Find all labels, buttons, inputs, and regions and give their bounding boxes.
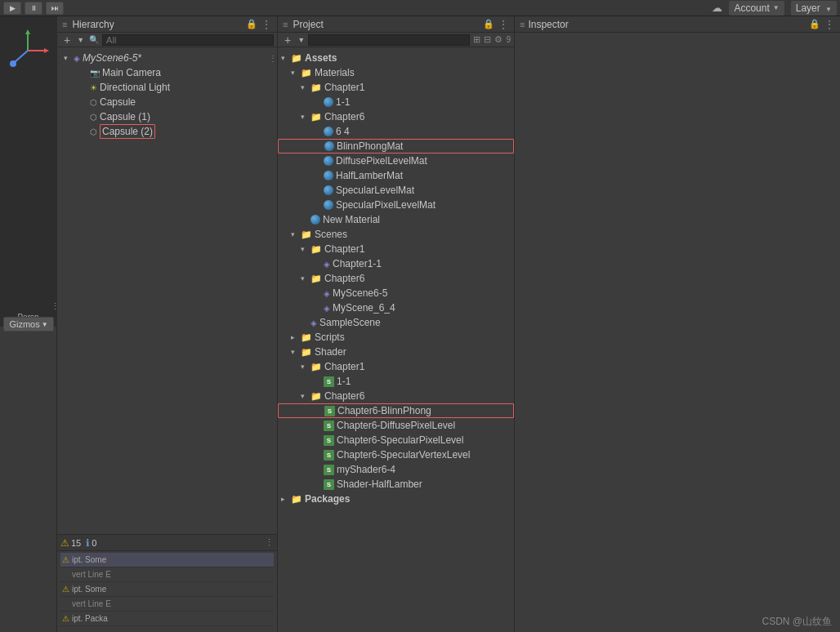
project-shader-ch6-folder[interactable]: ▾ 📁 Chapter6: [278, 389, 514, 403]
project-samplescene[interactable]: ◈ SampleScene: [278, 315, 514, 330]
project-scenes-ch6-folder[interactable]: ▾ 📁 Chapter6: [278, 271, 514, 286]
project-mat-6-4[interactable]: 6 4: [278, 124, 514, 139]
hierarchy-item-capsule-2[interactable]: ⬡ Capsule (2): [57, 124, 277, 139]
project-add-btn[interactable]: +: [281, 33, 294, 47]
project-shader-blinnphong[interactable]: S Chapter6-BlinnPhong: [278, 403, 514, 418]
scenes-ch1-arrow: ▾: [301, 245, 311, 253]
shader-halflamber-label: Shader-HalfLamber: [337, 478, 422, 490]
shader-1-1-label: 1-1: [337, 376, 351, 387]
project-lock-icon[interactable]: 🔒: [483, 19, 494, 29]
collab-icon-area: ☁: [712, 2, 722, 14]
project-mat-1-1[interactable]: 1-1: [278, 95, 514, 109]
hierarchy-item-directional-light[interactable]: ☀ Directional Light: [57, 80, 277, 95]
project-shader-myshader64[interactable]: S myShader6-4: [278, 462, 514, 477]
project-menu-btn[interactable]: ⋮: [498, 18, 509, 31]
warn-icon: ⚠: [60, 537, 69, 549]
mat-1-1-icon: [324, 97, 333, 107]
project-view-icon1[interactable]: ⊞: [473, 34, 480, 45]
gizmos-area: Gizmos ▼: [0, 314, 57, 335]
hierarchy-add-btn[interactable]: +: [60, 33, 74, 47]
project-mat-chapter6-folder[interactable]: ▾ 📁 Chapter6: [278, 109, 514, 124]
hierarchy-search-input[interactable]: [102, 34, 274, 46]
project-filter-icon[interactable]: ⚙: [494, 34, 503, 45]
materials-folder-icon: 📁: [301, 68, 312, 78]
account-button[interactable]: Account ▼: [729, 1, 784, 16]
layer-button[interactable]: Layer ▼: [791, 1, 837, 16]
blinnphong-icon: [324, 141, 334, 151]
console-line-2[interactable]: ⚠ ipt. Some: [60, 582, 274, 597]
project-search-input[interactable]: [308, 34, 470, 46]
project-shader-diffuse[interactable]: S Chapter6-DiffusePixelLevel: [278, 418, 514, 433]
project-mat-chapter1-folder[interactable]: ▾ 📁 Chapter1: [278, 80, 514, 95]
console-menu-btn[interactable]: ⋮: [265, 537, 274, 548]
hierarchy-add-dropdown[interactable]: ▼: [77, 36, 84, 44]
project-shader-1-1[interactable]: S 1-1: [278, 374, 514, 389]
materials-arrow: ▾: [291, 69, 301, 77]
project-scene-myscene65[interactable]: ◈ MyScene6-5: [278, 286, 514, 300]
hierarchy-item-capsule[interactable]: ⬡ Capsule: [57, 95, 277, 109]
diffuse-label: DiffusePixelLevelMat: [336, 155, 427, 167]
scene-options-btn[interactable]: ⋮: [51, 300, 60, 312]
project-new-material[interactable]: New Material: [278, 212, 514, 227]
project-materials-folder[interactable]: ▾ 📁 Materials: [278, 65, 514, 80]
sample-scene-label: SampleScene: [319, 317, 381, 328]
hierarchy-menu-btn[interactable]: ⋮: [261, 18, 272, 31]
pause-button[interactable]: ⏸: [25, 2, 42, 15]
project-scene-ch1-1[interactable]: ◈ Chapter1-1: [278, 256, 514, 271]
warn-badge[interactable]: ⚠ 15: [60, 537, 81, 549]
scene-options-icon[interactable]: ⋮: [269, 54, 277, 63]
console-line-1[interactable]: ⚠ ipt. Some: [60, 553, 274, 567]
project-scenes-folder[interactable]: ▾ 📁 Scenes: [278, 227, 514, 242]
project-shader-specularpixel[interactable]: S Chapter6-SpecularPixelLevel: [278, 433, 514, 447]
project-packages-folder[interactable]: ▸ 📁 Packages: [278, 492, 514, 506]
assets-label: Assets: [305, 52, 337, 64]
main-layout: Persp Gizmos ▼ ⋮ ≡ Hierarchy 🔒 ⋮ + ▼ 🔍: [0, 16, 840, 632]
project-add-dropdown[interactable]: ▼: [297, 36, 305, 44]
project-shader-specularvertex[interactable]: S Chapter6-SpecularVertexLevel: [278, 447, 514, 462]
project-scenes-ch1-folder[interactable]: ▾ 📁 Chapter1: [278, 242, 514, 256]
console-text-3: ipt. Packa: [72, 614, 108, 623]
info-count: 0: [92, 538, 96, 548]
gizmos-button[interactable]: Gizmos ▼: [3, 317, 53, 332]
project-specular-mat[interactable]: SpecularLevelMat: [278, 183, 514, 198]
halflamber-icon: [324, 171, 333, 180]
project-shader-ch1-folder[interactable]: ▾ 📁 Chapter1: [278, 359, 514, 374]
play-button[interactable]: ▶: [3, 2, 21, 15]
project-blinnphong-mat[interactable]: BlinnPhongMat: [278, 139, 514, 154]
console-text-1: ipt. Some: [72, 555, 106, 564]
account-label: Account: [734, 2, 769, 14]
shader-ch1-label: Chapter1: [324, 361, 364, 372]
inspector-lock-icon[interactable]: 🔒: [809, 19, 820, 29]
console-line-3[interactable]: ⚠ ipt. Packa: [60, 612, 274, 626]
step-button[interactable]: ⏭: [46, 2, 64, 15]
scene-viewport[interactable]: Persp: [0, 16, 57, 327]
newmat-icon: [311, 215, 320, 225]
shader-blinnphong-icon: S: [324, 406, 335, 416]
project-shader-halflamber[interactable]: S Shader-HalfLamber: [278, 477, 514, 492]
project-diffuse-mat[interactable]: DiffusePixelLevelMat: [278, 154, 514, 168]
project-view-icon2[interactable]: ⊟: [484, 34, 491, 45]
hierarchy-item-capsule-1[interactable]: ⬡ Capsule (1): [57, 109, 277, 124]
camera-icon: 📷: [90, 69, 100, 78]
project-specularpixel-mat[interactable]: SpecularPixelLevelMat: [278, 198, 514, 212]
project-shader-folder[interactable]: ▾ 📁 Shader: [278, 345, 514, 359]
info-badge[interactable]: ℹ 0: [86, 537, 96, 549]
project-scene-myscene64[interactable]: ◈ MyScene_6_4: [278, 300, 514, 315]
scripts-label: Scripts: [315, 332, 345, 343]
hierarchy-item-main-camera[interactable]: 📷 Main Camera: [57, 65, 277, 80]
scenes-ch6-icon: 📁: [311, 274, 322, 284]
hierarchy-scene-root[interactable]: ▾ ◈ MyScene6-5* ⋮: [57, 51, 277, 65]
mat-1-1-label: 1-1: [336, 96, 350, 108]
project-halflamber-mat[interactable]: HalfLamberMat: [278, 168, 514, 183]
assets-arrow: ▾: [281, 54, 291, 62]
project-assets-folder[interactable]: ▾ 📁 Assets: [278, 51, 514, 65]
capsule1-icon: ⬡: [90, 113, 97, 122]
hierarchy-lock-icon[interactable]: 🔒: [246, 19, 257, 29]
project-scripts-folder[interactable]: ▸ 📁 Scripts: [278, 330, 514, 345]
hierarchy-tree: ▾ ◈ MyScene6-5* ⋮ 📷 Main Camera ☀ Direct…: [57, 47, 277, 534]
project-controls: 🔒 ⋮: [483, 18, 509, 31]
inspector-menu-btn[interactable]: ⋮: [824, 18, 835, 31]
mat-ch6-arrow: ▾: [301, 113, 311, 121]
scripts-folder-icon: 📁: [301, 332, 312, 343]
scene-three-dots-icon: ⋮: [51, 301, 60, 311]
